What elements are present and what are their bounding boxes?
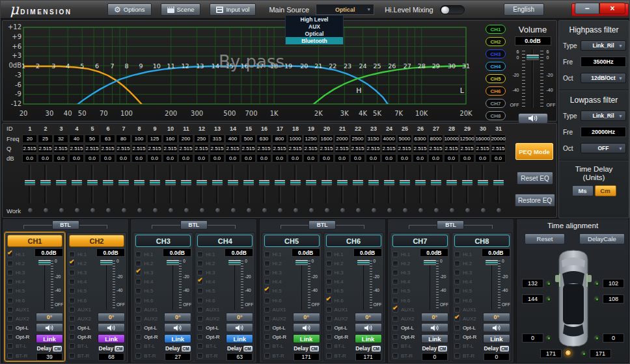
eq-q-cell[interactable]: 2.515 xyxy=(272,144,287,153)
input-checkbox-opt-r[interactable] xyxy=(69,334,75,340)
eq-db-cell[interactable]: 0.0 xyxy=(288,154,303,162)
eq-db-cell[interactable]: 0.0 xyxy=(413,154,428,162)
slider-handle[interactable] xyxy=(337,180,348,186)
slider-handle[interactable] xyxy=(181,180,191,186)
input-checkbox-aux1[interactable] xyxy=(197,307,203,313)
frequency-response-graph[interactable]: +12+9+6+30dB-3-6-9-122030405070100200300… xyxy=(4,22,483,121)
channel-mute-button[interactable] xyxy=(293,323,320,332)
work-indicator[interactable] xyxy=(480,207,486,213)
eq-q-cell[interactable]: 2.515 xyxy=(178,144,193,153)
work-indicator[interactable] xyxy=(74,207,80,213)
eq-db-cell[interactable]: 0.0 xyxy=(475,154,490,162)
link-button[interactable]: Link xyxy=(36,334,63,343)
input-checkbox-opt-l[interactable] xyxy=(135,325,141,331)
work-indicator[interactable] xyxy=(184,207,189,213)
slider-handle[interactable] xyxy=(322,180,332,186)
eq-db-cell[interactable]: 0.0 xyxy=(85,154,100,162)
input-checkbox-hi-5[interactable]: ✔ xyxy=(264,288,270,294)
slider-handle[interactable] xyxy=(38,260,51,265)
eq-freq-cell[interactable]: 125 xyxy=(147,135,162,143)
channel-level-slider[interactable]: 0-20-40OFF xyxy=(96,258,126,311)
slider-handle[interactable] xyxy=(72,180,82,186)
input-checkbox-aux1[interactable]: ✔ xyxy=(392,307,398,313)
input-checkbox-bt-r[interactable] xyxy=(135,353,141,359)
channel-level-slider[interactable]: 0-20-40OFF xyxy=(482,258,512,311)
input-checkbox-hi-5[interactable] xyxy=(326,288,332,294)
slider-handle[interactable] xyxy=(295,260,308,265)
eq-q-cell[interactable]: 2.515 xyxy=(241,144,256,153)
channel-level-slider[interactable]: 0-20-40OFF xyxy=(292,258,322,311)
eq-band-slider[interactable] xyxy=(459,164,475,204)
link-button[interactable]: Link xyxy=(421,334,448,343)
eq-freq-cell[interactable]: 12500 xyxy=(459,135,474,143)
eq-freq-cell[interactable]: 80 xyxy=(116,135,131,143)
input-checkbox-opt-l[interactable] xyxy=(197,325,203,331)
input-checkbox-hi-1[interactable] xyxy=(326,252,332,257)
delay-calc-button[interactable]: DelayCale xyxy=(579,233,625,244)
input-checkbox-bt-r[interactable] xyxy=(7,353,13,359)
eq-freq-cell[interactable]: 32 xyxy=(53,135,68,143)
channel-mute-button[interactable] xyxy=(36,323,63,332)
input-checkbox-hi-6[interactable] xyxy=(392,298,398,304)
work-indicator[interactable] xyxy=(340,207,346,213)
work-indicator[interactable] xyxy=(137,207,143,213)
eq-band-slider[interactable] xyxy=(225,164,241,204)
eq-db-cell[interactable]: 0.0 xyxy=(428,154,443,162)
eq-db-cell[interactable]: 0.0 xyxy=(272,154,287,162)
input-checkbox-hi-1[interactable]: ✔ xyxy=(7,252,13,257)
work-indicator[interactable] xyxy=(371,207,377,213)
input-checkbox-opt-r[interactable] xyxy=(392,334,398,340)
hi-level-mixing-toggle[interactable] xyxy=(440,5,465,14)
work-indicator[interactable] xyxy=(402,207,408,213)
channel-mute-button[interactable] xyxy=(226,323,253,332)
slider-handle[interactable] xyxy=(306,180,316,186)
input-checkbox-opt-r[interactable] xyxy=(197,334,203,340)
work-indicator[interactable] xyxy=(152,207,158,213)
source-option-bluetooth[interactable]: Bluetooth xyxy=(286,37,343,44)
eq-db-cell[interactable]: 0.0 xyxy=(397,154,412,162)
channel-delay-value[interactable]: 27 xyxy=(165,353,191,361)
slider-handle[interactable] xyxy=(384,180,394,186)
input-checkbox-hi-6[interactable]: ✔ xyxy=(326,298,332,304)
input-checkbox-hi-6[interactable] xyxy=(135,298,141,304)
input-checkbox-hi-5[interactable] xyxy=(7,288,13,294)
speaker-indicator-front-left[interactable] xyxy=(545,280,552,287)
phase-button[interactable]: 0° xyxy=(98,313,125,322)
eq-freq-cell[interactable]: 50 xyxy=(85,135,100,143)
eq-band-slider[interactable] xyxy=(319,164,335,204)
input-checkbox-hi-1[interactable] xyxy=(197,252,203,257)
btl-button[interactable]: BTL xyxy=(437,220,464,229)
phase-button[interactable]: 0° xyxy=(483,313,510,322)
slider-handle[interactable] xyxy=(275,180,285,186)
slider-handle[interactable] xyxy=(228,260,241,265)
input-checkbox-bt-r[interactable] xyxy=(197,353,203,359)
work-indicator[interactable] xyxy=(496,207,502,213)
eq-db-cell[interactable]: 0.0 xyxy=(100,154,115,162)
input-checkbox-hi-6[interactable] xyxy=(454,298,460,304)
eq-band-slider[interactable] xyxy=(131,164,147,204)
eq-db-cell[interactable]: 0.0 xyxy=(194,154,209,162)
input-checkbox-opt-l[interactable] xyxy=(392,325,398,331)
eq-freq-cell[interactable]: 1600 xyxy=(319,135,334,143)
speaker-indicator-mid-left[interactable] xyxy=(545,296,552,302)
eq-freq-cell[interactable]: 63 xyxy=(100,135,115,143)
eq-freq-cell[interactable]: 40 xyxy=(69,135,84,143)
close-button[interactable]: × xyxy=(599,3,625,14)
eq-band-slider[interactable] xyxy=(397,164,413,204)
eq-q-cell[interactable]: 2.515 xyxy=(22,144,37,153)
eq-freq-cell[interactable]: 200 xyxy=(178,135,193,143)
options-button[interactable]: ⚙ Options xyxy=(107,3,152,16)
legend-ch4[interactable]: CH4 xyxy=(486,62,506,71)
input-checkbox-hi-3[interactable] xyxy=(392,270,398,276)
speaker-indicator-front-right[interactable] xyxy=(594,280,600,287)
eq-band-slider[interactable] xyxy=(194,164,210,204)
speaker-indicator-rear-right[interactable] xyxy=(594,335,600,341)
delay-unit-ms-button[interactable]: Ms xyxy=(572,185,594,196)
input-checkbox-hi-4[interactable]: ✔ xyxy=(197,279,203,285)
eq-db-cell[interactable]: 0.0 xyxy=(444,154,459,162)
input-checkbox-aux1[interactable] xyxy=(7,307,13,313)
work-indicator[interactable] xyxy=(215,207,221,213)
link-button[interactable]: Link xyxy=(164,334,191,343)
eq-band-slider[interactable] xyxy=(428,164,444,204)
input-checkbox-opt-l[interactable] xyxy=(7,325,13,331)
